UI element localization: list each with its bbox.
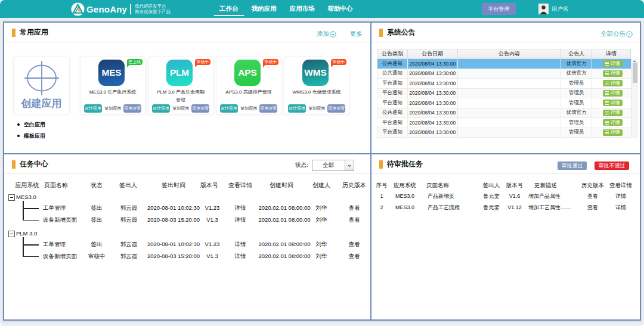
more-apps-link[interactable]: 更多 <box>351 30 363 38</box>
app-card-name: MES3.0 生产执行系统 <box>87 88 138 96</box>
task-col-header: 创建时间 <box>264 180 299 191</box>
announcement-row[interactable]: 公共通知2020/08/04 13:30:00优倍官方详情 <box>377 59 631 69</box>
task-group-name: MES3.0 <box>16 192 36 203</box>
app-card-buttons: 设计应用复制应用应用设置 <box>84 104 141 113</box>
task-cell: 刘华 <box>304 239 339 250</box>
tree-collapse-icon[interactable] <box>8 194 15 201</box>
detail-button-label: 详情 <box>611 91 620 95</box>
approval-cell: V1.12 <box>500 202 530 213</box>
add-app-link[interactable]: 添加 <box>317 30 336 38</box>
announcements-col-header: 公告人 <box>561 49 592 58</box>
task-page-name: 工单管理 <box>43 203 66 213</box>
scrollbar-thumb[interactable] <box>633 63 637 83</box>
copy-app-button[interactable]: 复制应用 <box>308 104 326 113</box>
announcements-col-header: 公告类别 <box>377 49 408 58</box>
announcement-row[interactable]: 公共通知2020/08/04 13:30:00优倍官方详情 <box>377 69 631 79</box>
app-card-name: PLM 3.0 产品生命周期管理 <box>155 88 206 104</box>
platform-admin-button[interactable]: 平台管理 <box>482 3 516 15</box>
nav-item-3[interactable]: 应用市场 <box>283 0 321 18</box>
approval-cell: 增加工艺属性....... <box>528 202 571 213</box>
announcement-detail-button[interactable]: 详情 <box>603 100 623 106</box>
task-row[interactable]: 工单管理签出郭云霞2020-08-01 10:02:30V1.23详情2020.… <box>4 239 370 250</box>
approval-row[interactable]: 1MES3.0产品新增页鲁元雯V1.6增加产品属性查看详情 <box>371 191 640 201</box>
status-select[interactable]: 全部 <box>312 160 354 171</box>
approval-row[interactable]: 2MES3.0产品工艺流程鲁元雯V1.12增加工艺属性.......查看详情 <box>371 202 640 213</box>
app-settings-button[interactable]: 应用设置 <box>123 104 141 113</box>
app-card-aps[interactable]: APS审核中APS3.0 高级排产管理设计应用复制应用应用设置 <box>216 57 281 115</box>
all-announcements-link[interactable]: 全部公告 <box>600 24 633 44</box>
app-settings-button[interactable]: 应用设置 <box>327 104 345 113</box>
detail-button-label: 详情 <box>611 130 620 135</box>
design-app-button[interactable]: 设计应用 <box>84 104 102 113</box>
app-card-wms[interactable]: WMS审核中WMS3.0 仓储管理系统设计应用复制应用应用设置 <box>284 57 349 115</box>
app-card-plm[interactable]: PLM审核中PLM 3.0 产品生命周期管理设计应用复制应用应用设置 <box>148 57 213 115</box>
announcement-detail-button[interactable]: 详情 <box>603 60 623 67</box>
app-settings-button[interactable]: 应用设置 <box>191 104 209 113</box>
announcement-row[interactable]: 平台通知2020/08/04 13:30:00管理员详情 <box>377 89 631 99</box>
approvals-table: 序号应用系统页面名称签出人版本号更新描述历史版本查看详情1MES3.0产品新增页… <box>371 174 640 319</box>
app-card-mes[interactable]: MES已上线MES3.0 生产执行系统设计应用复制应用应用设置 <box>80 57 145 115</box>
select-dropdown-arrow-icon[interactable] <box>345 160 354 170</box>
announcement-detail-button[interactable]: 详情 <box>603 110 623 116</box>
accent-bar <box>12 160 16 169</box>
announcement-detail-button[interactable]: 详情 <box>603 70 623 77</box>
reject-button[interactable]: 审批不通过 <box>595 162 629 170</box>
nav-item-4[interactable]: 帮助中心 <box>321 0 360 18</box>
task-group-row[interactable]: PLM 3.0 <box>4 228 370 239</box>
approve-button[interactable]: 审批通过 <box>558 162 587 170</box>
genoany-logo-icon <box>71 2 85 16</box>
announcement-cell <box>458 69 562 79</box>
announcement-row[interactable]: 平台通知2020/08/04 13:30:00管理员详情 <box>377 79 631 89</box>
approval-header-row: 序号应用系统页面名称签出人版本号更新描述历史版本查看详情 <box>371 180 640 191</box>
brand-tagline: 低代码开发平台 南京优倍旗下产品 <box>135 4 171 15</box>
task-row[interactable]: 设备新增页面签出郭云霞2020-08-03 15:20:00V1.3详情2020… <box>4 215 370 225</box>
approval-actions: 审批通过 审批不通过 <box>558 156 629 176</box>
add-app-label: 添加 <box>317 30 329 38</box>
design-app-button[interactable]: 设计应用 <box>220 104 238 113</box>
list-icon <box>605 62 609 66</box>
task-row[interactable]: 工单管理签出郭云霞2020-08-01 10:02:30V1.23详情2020.… <box>4 203 370 213</box>
announcement-detail-button[interactable]: 详情 <box>603 129 623 136</box>
announcement-detail-button[interactable]: 详情 <box>603 90 623 97</box>
announcement-detail-button[interactable]: 详情 <box>603 119 623 126</box>
announcement-cell: 2020/08/04 13:30:00 <box>408 79 458 88</box>
copy-app-button[interactable]: 复制应用 <box>240 104 258 113</box>
announcement-cell <box>458 108 562 118</box>
task-col-header: 签出人 <box>110 180 146 191</box>
approval-cell: MES3.0 <box>384 202 426 213</box>
task-group-row[interactable]: MES3.0 <box>4 192 370 203</box>
app-type-item-1[interactable]: 空白应用 <box>19 119 45 131</box>
announcement-row[interactable]: 平台通知2020/08/04 13:30:00管理员详情 <box>377 128 631 138</box>
announcement-cell: 详情 <box>592 128 631 138</box>
design-app-button[interactable]: 设计应用 <box>152 104 170 113</box>
announcement-row[interactable]: 公共通知2020/08/04 13:30:00优倍官方详情 <box>377 108 631 119</box>
accent-bar <box>379 29 383 37</box>
user-avatar[interactable] <box>538 4 549 14</box>
task-cell: 签出 <box>79 215 114 225</box>
announcement-row[interactable]: 平台通知2020/08/04 13:30:00管理员详情 <box>377 98 631 108</box>
copy-app-button[interactable]: 复制应用 <box>104 104 122 113</box>
tree-collapse-icon[interactable] <box>8 231 15 237</box>
announcement-cell: 管理员 <box>561 118 592 128</box>
nav-item-2[interactable]: 我的应用 <box>245 0 283 18</box>
task-row[interactable]: 设备新增页面审核中郭云霞2020-08-03 15:20:00V1.3详情202… <box>4 251 370 262</box>
announcement-cell <box>458 118 562 128</box>
copy-app-button[interactable]: 复制应用 <box>172 104 190 113</box>
app-settings-button[interactable]: 应用设置 <box>259 104 277 113</box>
app-type-item-2[interactable]: 模板应用 <box>19 131 45 142</box>
create-app-card[interactable]: 创建应用 <box>13 57 70 115</box>
nav-item-1[interactable]: 工作台 <box>213 0 245 18</box>
announcement-detail-button[interactable]: 详情 <box>603 80 623 86</box>
announcements-scrollbar[interactable] <box>631 59 638 138</box>
task-cell: 刘华 <box>304 203 339 213</box>
announcement-row[interactable]: 平台通知2020/08/04 13:30:00管理员详情 <box>377 118 631 128</box>
design-app-button[interactable]: 设计应用 <box>288 104 306 113</box>
announcement-cell: 详情 <box>592 69 631 79</box>
status-select-value: 全部 <box>312 160 344 170</box>
approval-cell: 产品新增页 <box>428 191 454 201</box>
scroll-up-arrow-icon[interactable] <box>633 60 636 62</box>
announcement-cell: 2020/08/04 13:30:00 <box>408 108 458 118</box>
app-icon-wms: WMS <box>302 60 329 86</box>
username-label[interactable]: 用户名 <box>552 0 569 18</box>
create-app-label: 创建应用 <box>14 97 69 110</box>
